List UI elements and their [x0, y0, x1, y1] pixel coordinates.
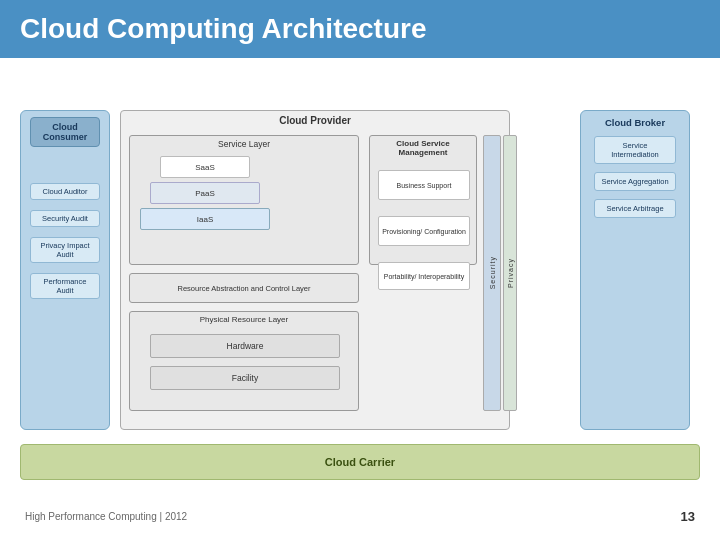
hardware-box: Hardware	[150, 334, 340, 358]
privacy-impact-label: Privacy Impact Audit	[30, 237, 100, 263]
footer-text: High Performance Computing | 2012	[25, 511, 187, 522]
cloud-broker-box: Cloud Broker Service Intermediation Serv…	[580, 110, 690, 430]
page-title: Cloud Computing Architecture	[20, 13, 427, 45]
resource-layer-label: Resource Abstraction and Control Layer	[178, 284, 311, 293]
cloud-provider-label: Cloud Provider	[121, 111, 509, 130]
service-intermediation-box: Service Intermediation	[594, 136, 676, 164]
privacy-bar: Privacy	[503, 135, 517, 411]
privacy-label: Privacy	[507, 258, 514, 288]
footer: High Performance Computing | 2012 13	[15, 502, 705, 530]
resource-layer-box: Resource Abstraction and Control Layer	[129, 273, 359, 303]
physical-layer-box: Physical Resource Layer Hardware Facilit…	[129, 311, 359, 411]
csm-box: Cloud Service Management Business Suppor…	[369, 135, 477, 265]
portability-box: Portability/ Interoperability	[378, 262, 470, 290]
cloud-carrier-box: Cloud Carrier	[20, 444, 700, 480]
cloud-carrier-label: Cloud Carrier	[325, 456, 395, 468]
service-layer-box: Service Layer SaaS PaaS IaaS	[129, 135, 359, 265]
facility-box: Facility	[150, 366, 340, 390]
security-label: Security	[489, 256, 496, 289]
main-content: Cloud Consumer Cloud Auditor Security Au…	[0, 58, 720, 540]
page-number: 13	[681, 509, 695, 524]
service-arbitrage-box: Service Arbitrage	[594, 199, 676, 218]
cloud-provider-box: Cloud Provider Service Layer SaaS PaaS I…	[120, 110, 510, 430]
architecture-diagram: Cloud Consumer Cloud Auditor Security Au…	[20, 90, 700, 480]
cloud-broker-label: Cloud Broker	[605, 117, 665, 128]
cloud-consumer-box: Cloud Consumer Cloud Auditor Security Au…	[20, 110, 110, 430]
saas-box: SaaS	[160, 156, 250, 178]
cloud-consumer-label: Cloud Consumer	[30, 117, 100, 147]
security-bar: Security	[483, 135, 501, 411]
header: Cloud Computing Architecture	[0, 0, 720, 58]
security-audit-label: Security Audit	[30, 210, 100, 227]
csm-label: Cloud Service Management	[370, 136, 476, 160]
diagram-container: Cloud Consumer Cloud Auditor Security Au…	[15, 68, 705, 502]
iaas-box: IaaS	[140, 208, 270, 230]
performance-audit-label: Performance Audit	[30, 273, 100, 299]
paas-box: PaaS	[150, 182, 260, 204]
provisioning-box: Provisioning/ Configuration	[378, 216, 470, 246]
physical-layer-label: Physical Resource Layer	[130, 312, 358, 327]
business-support-box: Business Support	[378, 170, 470, 200]
service-aggregation-box: Service Aggregation	[594, 172, 676, 191]
cloud-auditor-label: Cloud Auditor	[30, 183, 100, 200]
service-layer-label: Service Layer	[130, 136, 358, 152]
